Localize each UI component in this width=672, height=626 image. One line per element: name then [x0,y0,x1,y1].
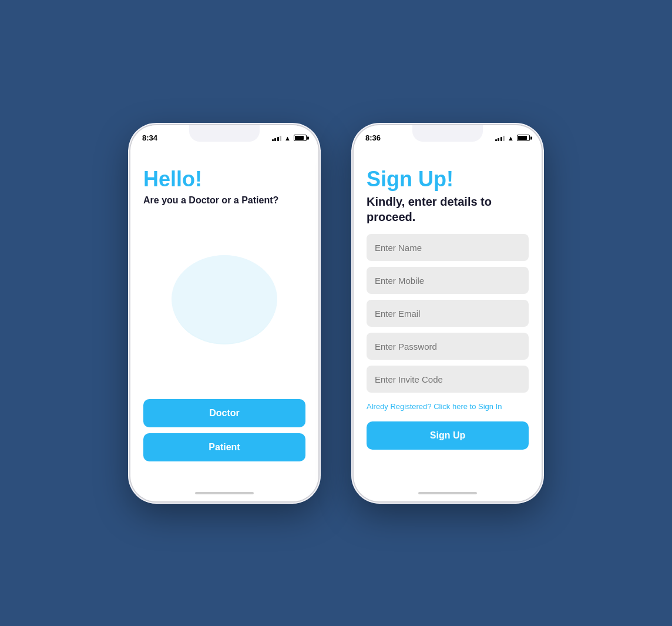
home-indicator-2 [354,485,542,501]
status-icons-2: ▲ [495,135,530,142]
notch-1 [189,125,260,142]
home-bar-2 [418,492,477,494]
home-indicator-1 [130,485,318,501]
doctor-button[interactable]: Doctor [143,399,305,427]
battery-icon-2 [517,135,530,141]
signal-icon-2 [495,135,505,141]
mobile-input[interactable] [367,267,529,294]
role-subtitle: Are you a Doctor or a Patient? [143,195,305,206]
email-input[interactable] [367,300,529,327]
status-icons-1: ▲ [272,135,307,142]
phone-1: 8:34 ▲ Hello! Are you a Doctor or a Pati… [130,125,318,501]
home-bar-1 [195,492,254,494]
doctor-patient-illustration: ✦ ✦ [160,249,289,355]
name-input[interactable] [367,234,529,261]
wifi-icon-1: ▲ [284,135,291,142]
wifi-icon-2: ▲ [508,135,514,142]
signup-button[interactable]: Sign Up [367,421,529,450]
signin-link[interactable]: Alredy Registered? Click here to Sign In [367,402,529,411]
signal-icon-1 [272,135,282,141]
signup-subtitle: Kindly, enter details to proceed. [367,194,529,225]
signup-form: Alredy Registered? Click here to Sign In… [367,234,529,473]
notch-2 [412,125,483,142]
phone2-screen: Sign Up! Kindly, enter details to procee… [354,151,542,485]
password-input[interactable] [367,333,529,360]
status-bar-1: 8:34 ▲ [130,125,318,151]
signup-title: Sign Up! [367,168,529,191]
patient-button[interactable]: Patient [143,433,305,461]
phone-2: 8:36 ▲ Sign Up! Kindly, enter details to… [354,125,542,501]
status-bar-2: 8:36 ▲ [354,125,542,151]
illustration-container: ✦ ✦ [143,206,305,399]
time-1: 8:34 [142,133,157,142]
hello-title: Hello! [143,168,305,191]
invite-input[interactable] [367,366,529,393]
phone1-screen: Hello! Are you a Doctor or a Patient? [130,151,318,485]
battery-icon-1 [294,135,307,141]
buttons-section: Doctor Patient [143,399,305,473]
time-2: 8:36 [365,133,381,142]
